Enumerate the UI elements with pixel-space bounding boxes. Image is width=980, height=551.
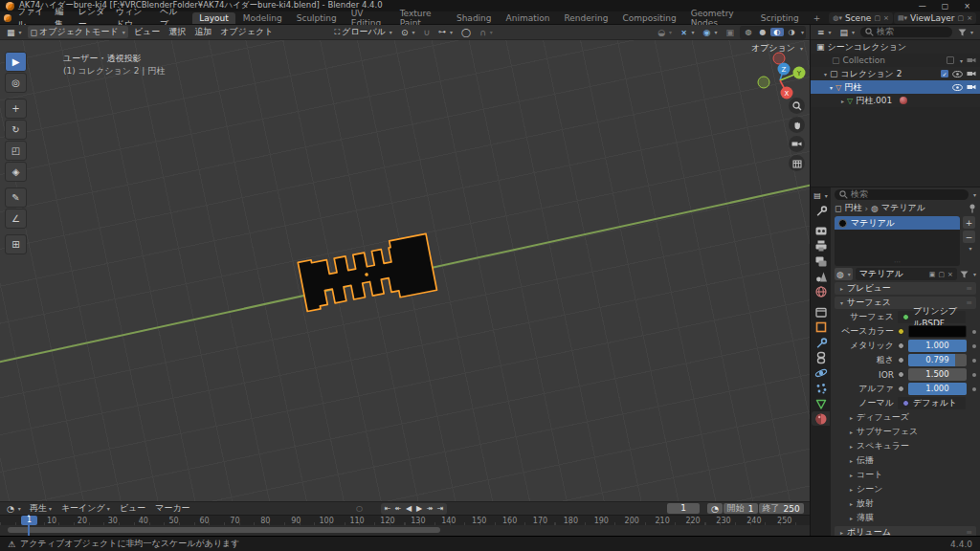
maximize-button[interactable]: ▢ — [942, 2, 949, 11]
tool-cursor[interactable]: ◎ — [5, 73, 27, 93]
prev-keyframe-button[interactable]: ↞ — [393, 504, 403, 513]
row-cylinder-object[interactable]: ▾ ▽ 円柱 — [811, 80, 980, 94]
viewlayer-copy-icon[interactable]: ▢ — [958, 14, 965, 22]
timeline-menu-view[interactable]: ビュー — [116, 502, 149, 515]
camera-disable-icon[interactable] — [967, 56, 976, 64]
animate-decorator[interactable] — [972, 344, 976, 348]
timeline-scrollbar[interactable] — [8, 527, 440, 533]
viewport-3d[interactable]: ユーザー・透視投影 (1) コレクション 2 | 円柱 オプション▾ ▶ ◎ +… — [0, 40, 810, 501]
row-collection[interactable]: ▢ Collection ▾ — [811, 54, 980, 67]
camera-view-button[interactable] — [789, 136, 805, 152]
tab-render[interactable] — [812, 223, 830, 237]
transform-orientation-dropdown[interactable]: ⛶グローバル▾ — [331, 26, 394, 38]
tool-annotate[interactable]: ✎ — [5, 187, 27, 208]
subpanel-thin-film[interactable]: ▸薄膜 — [835, 512, 976, 524]
subpanel-transmission[interactable]: ▸伝播 — [835, 454, 976, 467]
material-name-field[interactable]: マテリアル ▣ ▢ × — [856, 268, 957, 280]
tool-scale[interactable]: ◰ — [5, 141, 27, 161]
tab-tool[interactable] — [812, 203, 830, 217]
tab-physics[interactable] — [812, 365, 830, 380]
tool-measure[interactable]: ∠ — [5, 209, 27, 229]
overlays-dropdown[interactable]: ◉▾ — [701, 26, 721, 38]
tool-move[interactable]: + — [5, 99, 27, 119]
shading-solid-button[interactable]: ● — [756, 28, 769, 36]
workspace-tab-sculpting[interactable]: Sculpting — [290, 12, 344, 24]
tab-collection[interactable] — [812, 304, 830, 319]
gizmos-dropdown[interactable]: +▾ — [678, 26, 698, 38]
shading-rendered-button[interactable]: ◑ — [785, 28, 798, 36]
frame-start-field[interactable]: 開始1 — [724, 503, 758, 514]
outliner-restriction-dropdown[interactable]: ▤▾ — [837, 26, 858, 38]
scene-copy-icon[interactable]: ▢ — [874, 14, 880, 22]
tab-constraints[interactable] — [812, 350, 830, 364]
snap-toggle[interactable]: ∪ — [420, 26, 433, 38]
collection-hide-icon[interactable]: ▾ — [960, 57, 963, 64]
expand-icon[interactable]: ▾ — [824, 71, 827, 77]
scene-selector[interactable]: ◍▾ Scene ▢ × — [829, 12, 893, 24]
shading-options-dropdown[interactable]: ▾ — [801, 29, 804, 35]
subpanel-emission[interactable]: ▸放射 — [835, 497, 976, 510]
material-icon[interactable] — [900, 97, 907, 104]
remove-slot-button[interactable]: − — [963, 231, 975, 243]
blender-menu-icon[interactable] — [4, 14, 11, 22]
shading-wireframe-button[interactable]: ◍ — [742, 28, 755, 36]
axis-neg-x-ball[interactable] — [773, 53, 785, 64]
outliner-search-input[interactable]: 検索 — [860, 27, 952, 37]
timeline-menu-keying[interactable]: キーイング▾ — [57, 502, 114, 515]
workspace-tab-scripting[interactable]: Scripting — [754, 12, 806, 24]
tab-world[interactable] — [812, 284, 830, 298]
breadcrumb-object[interactable]: 円柱 — [844, 202, 861, 214]
alpha-slider[interactable]: 1.000 — [908, 383, 967, 395]
tab-object[interactable] — [812, 320, 830, 334]
jump-to-start-button[interactable]: ⇤ — [383, 504, 392, 513]
pan-hand-button[interactable] — [789, 117, 805, 133]
proportional-edit-toggle[interactable]: ◯ — [458, 26, 474, 38]
object-visibility-dropdown[interactable]: ◒▾ — [655, 26, 675, 38]
ortho-perspective-button[interactable] — [789, 155, 805, 171]
properties-editor-type-button[interactable]: ▤▾ — [813, 189, 829, 202]
pivot-point-dropdown[interactable]: ⊙▾ — [398, 26, 418, 38]
timeline-menu-playback[interactable]: 再生▾ — [26, 502, 56, 515]
mode-dropdown[interactable]: ◻オブジェクトモード▾ — [28, 26, 128, 38]
auto-keying-toggle[interactable]: ○ — [356, 504, 363, 513]
viewlayer-selector[interactable]: ▤▾ ViewLayer ▢ × — [894, 12, 976, 24]
axis-neg-y-ball[interactable] — [758, 77, 769, 88]
tab-particles[interactable] — [812, 381, 830, 395]
expand-icon[interactable]: ▾ — [830, 84, 833, 91]
viewport-menu-object[interactable]: オブジェクト — [217, 26, 276, 38]
camera-icon[interactable] — [967, 70, 976, 77]
material-slot-selected[interactable]: マテリアル — [835, 216, 960, 230]
material-slot-list[interactable]: マテリアル ⋯ — [835, 216, 960, 266]
tool-add-cube[interactable]: ⊞ — [5, 234, 27, 254]
filter-dropdown[interactable]: ▾ — [973, 271, 976, 277]
subpanel-specular[interactable]: ▸スペキュラー — [835, 440, 976, 452]
metallic-slider[interactable]: 1.000 — [908, 340, 967, 352]
minimize-button[interactable]: — — [919, 2, 926, 11]
animate-decorator[interactable] — [972, 330, 976, 334]
collection-checkbox[interactable] — [947, 56, 954, 64]
animate-decorator[interactable] — [972, 387, 976, 391]
workspace-tab-shading[interactable]: Shading — [450, 12, 499, 24]
tab-scene[interactable] — [812, 269, 830, 283]
play-button[interactable]: ▶ — [414, 504, 424, 513]
shading-material-preview-button[interactable]: ◐ — [770, 28, 784, 36]
frame-end-field[interactable]: 終了250 — [759, 503, 804, 514]
timeline-ruler[interactable]: 1020304050607080901001101201301401501601… — [0, 515, 810, 525]
proportional-falloff-dropdown[interactable]: ∩▾ — [477, 26, 496, 38]
row-cylinder-mesh-data[interactable]: ▸ ▽ 円柱.001 — [811, 94, 980, 107]
viewport-menu-add[interactable]: 追加 — [191, 26, 214, 38]
eye-icon[interactable] — [952, 71, 963, 77]
add-workspace-button[interactable]: + — [807, 12, 828, 24]
add-slot-button[interactable]: + — [963, 216, 975, 229]
camera-icon[interactable] — [967, 83, 976, 91]
row-collection-2[interactable]: ▾ ▢ コレクション 2 ✓ — [811, 67, 980, 80]
animate-decorator[interactable] — [972, 359, 976, 363]
viewlayer-remove-icon[interactable]: × — [967, 14, 972, 22]
timeline-menu-marker[interactable]: マーカー — [151, 502, 193, 515]
animate-decorator[interactable] — [972, 373, 976, 377]
properties-search-input[interactable]: 検索 — [835, 189, 969, 200]
subpanel-sheen[interactable]: ▸シーン — [835, 483, 976, 496]
subpanel-subsurface[interactable]: ▸サブサーフェス — [835, 426, 976, 438]
expand-icon[interactable]: ▸ — [841, 98, 844, 104]
panel-volume[interactable]: ▸ボリューム≡ — [835, 526, 976, 536]
